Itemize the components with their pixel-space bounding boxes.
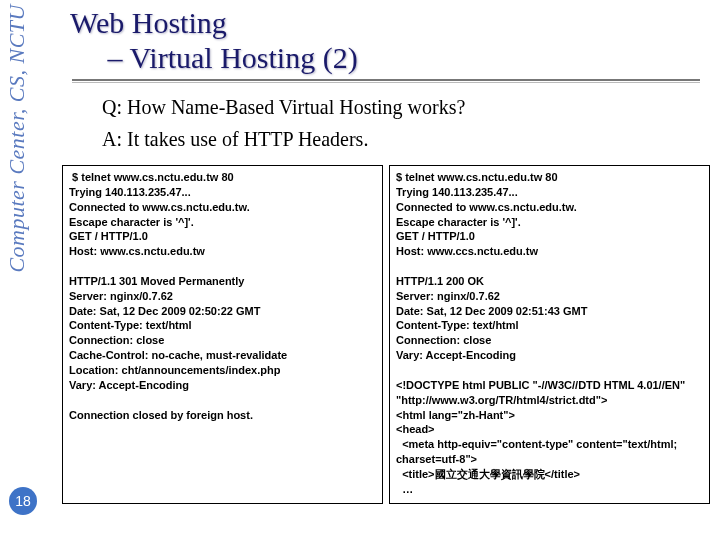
terminal-right: $ telnet www.cs.nctu.edu.tw 80 Trying 14…: [389, 165, 710, 504]
title-line-2: – Virtual Hosting (2): [108, 41, 358, 74]
slide-content: Web Hosting – Virtual Hosting (2) Q: How…: [62, 6, 710, 534]
qa-block: Q: How Name-Based Virtual Hosting works?…: [102, 91, 710, 155]
terminal-panels: $ telnet www.cs.nctu.edu.tw 80 Trying 14…: [62, 165, 710, 504]
answer-text: A: It takes use of HTTP Headers.: [102, 123, 710, 155]
question-text: Q: How Name-Based Virtual Hosting works?: [102, 91, 710, 123]
terminal-left: $ telnet www.cs.nctu.edu.tw 80 Trying 14…: [62, 165, 383, 504]
sidebar-org-text: Computer Center, CS, NCTU: [4, 4, 30, 273]
title-underline: [72, 79, 700, 81]
page-number-badge: 18: [9, 487, 37, 515]
slide-title: Web Hosting – Virtual Hosting (2): [70, 6, 710, 75]
title-line-1: Web Hosting: [70, 6, 227, 39]
